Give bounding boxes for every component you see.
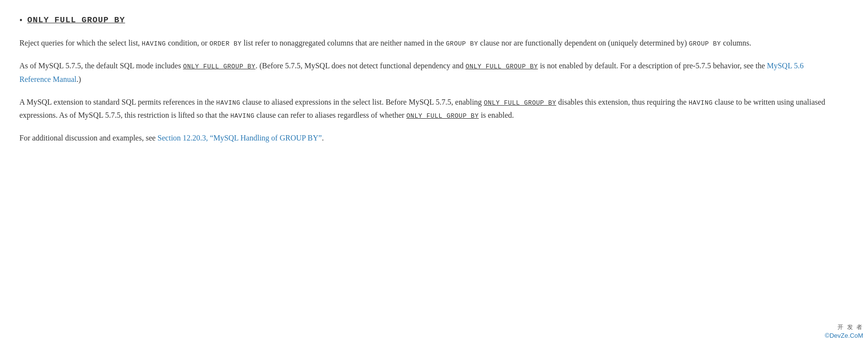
- code-only-full-group-by-1: ONLY_FULL_GROUP_BY: [183, 63, 255, 70]
- bullet-dot: •: [19, 15, 22, 27]
- code-only-full-group-by-4: ONLY_FULL_GROUP_BY: [406, 112, 479, 120]
- paragraph-3: A MySQL extension to standard SQL permit…: [19, 95, 834, 122]
- code-group-by-1: GROUP BY: [446, 40, 478, 47]
- code-only-full-group-by-3: ONLY_FULL_GROUP_BY: [484, 99, 556, 107]
- link-mysql56-manual[interactable]: MySQL 5.6 Reference Manual: [19, 62, 804, 83]
- paragraph-2: As of MySQL 5.7.5, the default SQL mode …: [19, 59, 834, 85]
- bullet-item-only-full-group-by: • ONLY_FULL_GROUP_BY: [19, 15, 844, 27]
- code-having-3: HAVING: [689, 99, 713, 107]
- code-group-by-2: GROUP BY: [689, 40, 721, 47]
- code-having-1: HAVING: [142, 40, 166, 47]
- code-having-2: HAVING: [216, 99, 241, 107]
- content-area: • ONLY_FULL_GROUP_BY Reject queries for …: [19, 15, 844, 144]
- bullet-heading: ONLY_FULL_GROUP_BY: [27, 15, 125, 26]
- link-section-12-20-3[interactable]: Section 12.20.3, “MySQL Handling of GROU…: [158, 134, 322, 142]
- paragraph-1: Reject queries for which the select list…: [19, 36, 834, 49]
- code-order-by: ORDER BY: [209, 40, 241, 47]
- code-only-full-group-by-2: ONLY_FULL_GROUP_BY: [466, 63, 538, 70]
- paragraph-4: For additional discussion and examples, …: [19, 131, 834, 144]
- code-having-4: HAVING: [230, 112, 255, 120]
